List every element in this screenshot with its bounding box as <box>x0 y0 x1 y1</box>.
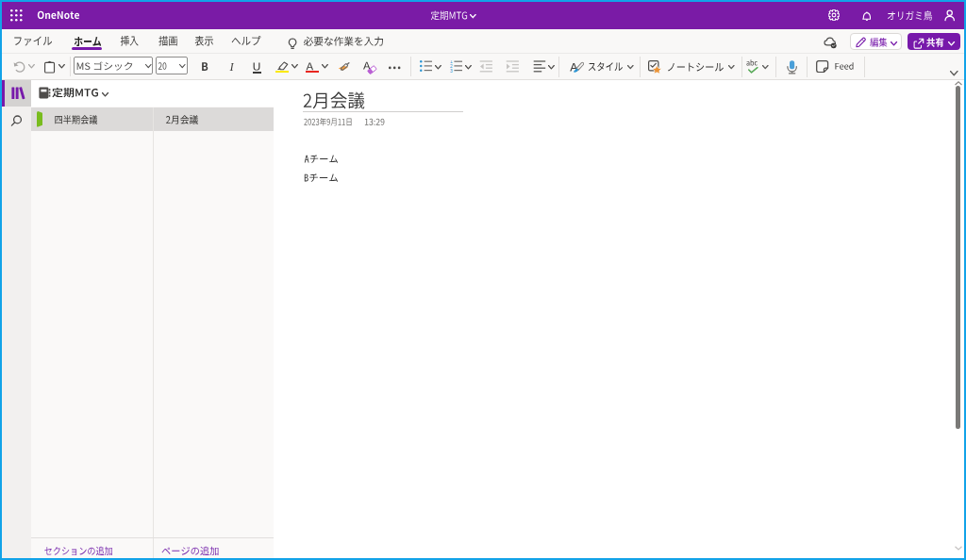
svg-text:3: 3 <box>450 69 453 74</box>
